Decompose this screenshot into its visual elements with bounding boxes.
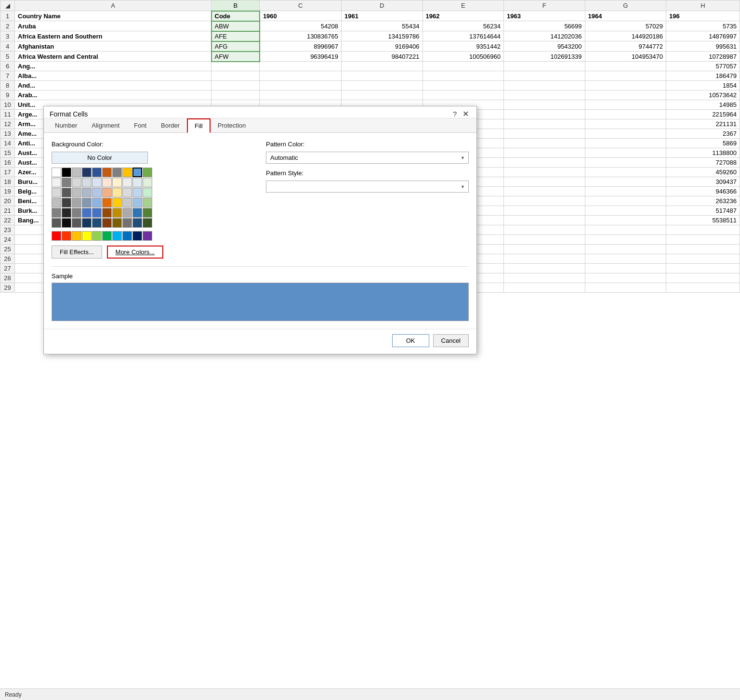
cell-e2[interactable]: 56234 (423, 21, 504, 31)
color-s7[interactable] (112, 188, 122, 197)
cell-a6[interactable]: Ang... (15, 62, 211, 71)
cell-d4[interactable]: 9169406 (341, 41, 423, 52)
cell-h6[interactable]: 577057 (666, 62, 740, 71)
cell-h2[interactable]: 5735 (666, 21, 740, 31)
color-t6[interactable] (102, 178, 112, 187)
cell-h14[interactable]: 5869 (666, 139, 740, 148)
cell-e6[interactable] (423, 62, 504, 71)
cell-c3[interactable]: 130836765 (260, 31, 342, 41)
cell-g16[interactable] (585, 158, 666, 168)
cell-g15[interactable] (585, 148, 666, 158)
cell-d1[interactable]: 1961 (341, 11, 423, 21)
color-q9[interactable] (132, 208, 142, 218)
cell-e5[interactable]: 100506960 (423, 52, 504, 62)
cell-f20[interactable] (504, 196, 585, 206)
cell-h9[interactable]: 10573642 (666, 91, 740, 100)
color-dark-orange[interactable] (102, 168, 112, 177)
cell-e7[interactable] (423, 71, 504, 81)
color-p8[interactable] (122, 218, 132, 228)
cell-c2[interactable]: 54208 (260, 21, 342, 31)
cell-c9[interactable] (260, 91, 342, 100)
cell-g6[interactable] (585, 62, 666, 71)
col-header-h[interactable]: H (666, 0, 740, 11)
color-p1[interactable] (52, 218, 61, 228)
color-p7[interactable] (112, 218, 122, 228)
color-q3[interactable] (72, 208, 81, 218)
cell-h21[interactable]: 517487 (666, 206, 740, 216)
cell-g19[interactable] (585, 187, 666, 196)
cell-f22[interactable] (504, 216, 585, 225)
close-icon[interactable]: ✕ (461, 110, 471, 118)
cell-f3[interactable]: 141202036 (504, 31, 585, 41)
cell-f9[interactable] (504, 91, 585, 100)
cell-h1[interactable]: 196 (666, 11, 740, 21)
cell-c8[interactable] (260, 81, 342, 91)
cell-h16[interactable]: 727088 (666, 158, 740, 168)
cell-b6[interactable] (211, 62, 260, 71)
col-header-f[interactable]: F (504, 0, 585, 11)
color-p3[interactable] (72, 218, 81, 228)
cell-a2[interactable]: Aruba (15, 21, 211, 31)
color-white[interactable] (52, 168, 61, 177)
cell-f16[interactable] (504, 158, 585, 168)
color-q6[interactable] (102, 208, 112, 218)
tab-fill[interactable]: Fill (187, 118, 211, 133)
cell-h11[interactable]: 2215964 (666, 110, 740, 119)
color-q2[interactable] (62, 208, 71, 218)
color-t4[interactable] (82, 178, 92, 187)
color-r5[interactable] (92, 198, 102, 207)
color-t3[interactable] (72, 178, 81, 187)
cell-h5[interactable]: 10728987 (666, 52, 740, 62)
cell-c5[interactable]: 96396419 (260, 52, 342, 62)
color-a8[interactable] (122, 231, 132, 241)
col-header-a[interactable]: A (15, 0, 211, 11)
cell-f13[interactable] (504, 129, 585, 139)
cell-h17[interactable]: 459260 (666, 168, 740, 177)
color-t7[interactable] (112, 178, 122, 187)
tab-border[interactable]: Border (154, 118, 187, 133)
color-a7[interactable] (112, 231, 122, 241)
cell-g10[interactable] (585, 100, 666, 110)
cell-g5[interactable]: 104953470 (585, 52, 666, 62)
cell-f12[interactable] (504, 119, 585, 129)
color-s10[interactable] (143, 188, 152, 197)
color-a5[interactable] (92, 231, 102, 241)
color-q4[interactable] (82, 208, 92, 218)
color-s5[interactable] (92, 188, 102, 197)
color-t1[interactable] (52, 178, 61, 187)
cell-a1[interactable]: Country Name (15, 11, 211, 21)
color-dark-navy[interactable] (82, 168, 92, 177)
cell-e1[interactable]: 1962 (423, 11, 504, 21)
cell-b4[interactable]: AFG (211, 41, 260, 52)
help-icon[interactable]: ? (451, 110, 459, 118)
cell-b2[interactable]: ABW (211, 21, 260, 31)
cell-g13[interactable] (585, 129, 666, 139)
color-q8[interactable] (122, 208, 132, 218)
color-t2[interactable] (62, 178, 71, 187)
col-header-b[interactable]: B (211, 0, 260, 11)
cell-d6[interactable] (341, 62, 423, 71)
color-a1[interactable] (52, 231, 61, 241)
cell-d7[interactable] (341, 71, 423, 81)
color-t10[interactable] (143, 178, 152, 187)
cell-f7[interactable] (504, 71, 585, 81)
cell-a5[interactable]: Africa Western and Central (15, 52, 211, 62)
cell-d3[interactable]: 134159786 (341, 31, 423, 41)
color-a2[interactable] (62, 231, 71, 241)
cell-c1[interactable]: 1960 (260, 11, 342, 21)
color-r9[interactable] (132, 198, 142, 207)
cell-g7[interactable] (585, 71, 666, 81)
cell-g9[interactable] (585, 91, 666, 100)
tab-number[interactable]: Number (48, 118, 84, 133)
cell-a7[interactable]: Alba... (15, 71, 211, 81)
cell-h22[interactable]: 5538511 (666, 216, 740, 225)
cell-c6[interactable] (260, 62, 342, 71)
color-p6[interactable] (102, 218, 112, 228)
cell-g22[interactable] (585, 216, 666, 225)
cell-g4[interactable]: 9744772 (585, 41, 666, 52)
pattern-style-select[interactable] (266, 181, 469, 193)
cell-b3[interactable]: AFE (211, 31, 260, 41)
color-dark-blue[interactable] (92, 168, 102, 177)
color-s1[interactable] (52, 188, 61, 197)
cell-h10[interactable]: 14985 (666, 100, 740, 110)
